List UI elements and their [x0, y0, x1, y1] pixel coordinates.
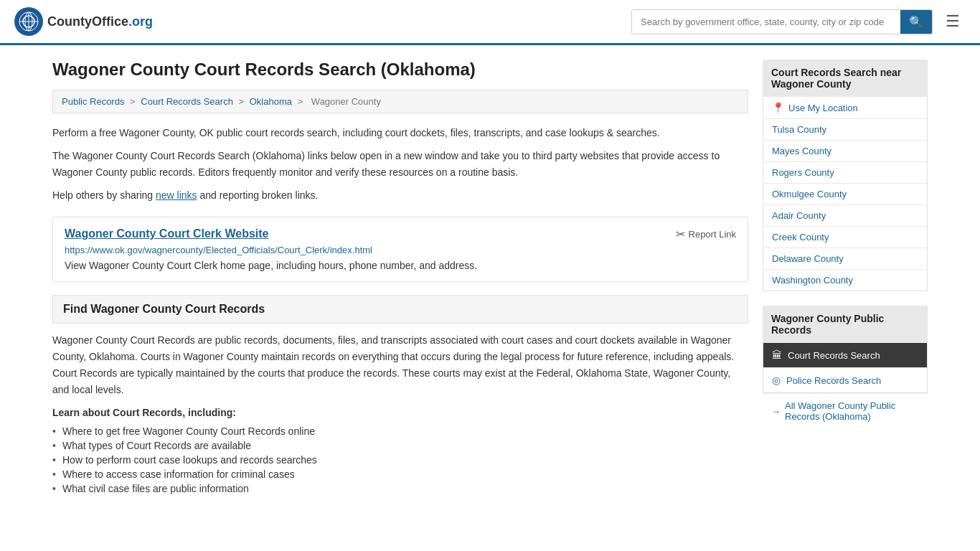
court-icon: 🏛 [772, 349, 782, 361]
logo-area: CountyOffice.org [14, 7, 153, 36]
police-records-label: Police Records Search [786, 375, 881, 386]
delaware-county-link[interactable]: Delaware County [763, 248, 927, 269]
use-location-label: Use My Location [788, 103, 858, 113]
search-bar: 🔍 [631, 9, 933, 34]
breadcrumb-sep-2: > [239, 96, 247, 107]
list-item: Where to get free Wagoner County Court R… [52, 424, 748, 438]
breadcrumb: Public Records > Court Records Search > … [52, 90, 748, 113]
list-item: How to perform court case lookups and re… [52, 453, 748, 467]
adair-county-link[interactable]: Adair County [763, 205, 927, 226]
intro-paragraph-2: The Wagoner County Court Records Search … [52, 148, 748, 180]
learn-title: Learn about Court Records, including: [52, 407, 748, 418]
pub-rec-police-records[interactable]: ◎ Police Records Search [763, 368, 927, 392]
use-location-item[interactable]: 📍 Use My Location [763, 97, 927, 119]
list-item: What types of Court Records are availabl… [52, 438, 748, 453]
nearby-list: 📍 Use My Location Tulsa County Mayes Cou… [763, 97, 928, 291]
bullet-list: Where to get free Wagoner County Court R… [52, 424, 748, 496]
mayes-county-link[interactable]: Mayes County [763, 141, 927, 161]
nearby-heading: Court Records Search near Wagoner County [763, 60, 928, 97]
breadcrumb-sep-3: > [298, 96, 306, 107]
logo-icon [14, 7, 43, 36]
breadcrumb-current: Wagoner County [311, 96, 381, 107]
sidebar: Court Records Search near Wagoner County… [763, 60, 928, 496]
new-links-link[interactable]: new links [156, 189, 197, 201]
police-icon: ◎ [772, 375, 781, 386]
find-section-heading: Find Wagoner County Court Records [52, 295, 748, 324]
nearby-section: Court Records Search near Wagoner County… [763, 60, 928, 291]
report-link-btn[interactable]: ✂ Report Link [676, 227, 736, 241]
list-item: Where to access case information for cri… [52, 467, 748, 481]
page-title: Wagoner County Court Records Search (Okl… [52, 60, 748, 80]
creek-county-link[interactable]: Creek County [763, 227, 927, 248]
arrow-icon: → [771, 406, 781, 417]
intro-paragraph-3: Help others by sharing new links and rep… [52, 187, 748, 203]
logo-text: CountyOffice.org [47, 14, 153, 29]
all-records-link[interactable]: → All Wagoner County Public Records (Okl… [763, 393, 928, 428]
breadcrumb-link-public-records[interactable]: Public Records [62, 96, 124, 107]
all-records-label: All Wagoner County Public Records (Oklah… [785, 400, 919, 422]
search-input[interactable] [632, 11, 900, 32]
intro3-pre: Help others by sharing [52, 189, 156, 201]
menu-button[interactable]: ☰ [940, 9, 966, 34]
search-button[interactable]: 🔍 [900, 10, 932, 34]
sidebar-item-tulsa[interactable]: Tulsa County [763, 119, 927, 141]
scissors-icon: ✂ [676, 227, 685, 241]
resource-title-link[interactable]: Wagoner County Court Clerk Website [65, 227, 268, 240]
resource-description: View Wagoner County Court Clerk home pag… [65, 260, 736, 271]
resource-card: Wagoner County Court Clerk Website ✂ Rep… [52, 217, 748, 282]
sidebar-item-mayes[interactable]: Mayes County [763, 141, 927, 162]
police-records-search-link[interactable]: ◎ Police Records Search [763, 368, 927, 392]
report-link-label: Report Link [689, 229, 736, 240]
sidebar-item-delaware[interactable]: Delaware County [763, 248, 927, 270]
resource-card-header: Wagoner County Court Clerk Website ✂ Rep… [65, 227, 736, 241]
sidebar-item-creek[interactable]: Creek County [763, 227, 927, 248]
sidebar-item-rogers[interactable]: Rogers County [763, 162, 927, 184]
resource-url[interactable]: https://www.ok.gov/wagnercounty/Elected_… [65, 245, 736, 255]
court-records-search-link[interactable]: 🏛 Court Records Search [763, 343, 927, 367]
main-wrapper: Wagoner County Court Records Search (Okl… [38, 45, 942, 496]
sidebar-item-okmulgee[interactable]: Okmulgee County [763, 184, 927, 205]
use-location-link[interactable]: 📍 Use My Location [763, 97, 927, 118]
public-records-section: Wagoner County Public Records 🏛 Court Re… [763, 306, 928, 428]
court-records-label: Court Records Search [788, 350, 880, 361]
rogers-county-link[interactable]: Rogers County [763, 162, 927, 183]
intro-paragraph-1: Perform a free Wagoner County, OK public… [52, 125, 748, 141]
sidebar-item-washington[interactable]: Washington County [763, 270, 927, 291]
header-right: 🔍 ☰ [631, 9, 966, 34]
find-section: Find Wagoner County Court Records Wagone… [52, 295, 748, 496]
breadcrumb-link-court-records[interactable]: Court Records Search [141, 96, 233, 107]
intro3-post: and reporting broken links. [197, 189, 319, 201]
sidebar-item-adair[interactable]: Adair County [763, 205, 927, 227]
breadcrumb-link-oklahoma[interactable]: Oklahoma [250, 96, 292, 107]
tulsa-county-link[interactable]: Tulsa County [763, 119, 927, 140]
list-item: What civil case files are public informa… [52, 481, 748, 496]
washington-county-link[interactable]: Washington County [763, 270, 927, 291]
logo-org: .org [128, 14, 153, 29]
find-section-body: Wagoner County Court Records are public … [52, 332, 748, 398]
okmulgee-county-link[interactable]: Okmulgee County [763, 184, 927, 204]
location-pin-icon: 📍 [772, 102, 784, 113]
pub-rec-court-records[interactable]: 🏛 Court Records Search [763, 343, 927, 368]
public-records-heading: Wagoner County Public Records [763, 306, 928, 343]
header: CountyOffice.org 🔍 ☰ [0, 0, 980, 45]
content-area: Wagoner County Court Records Search (Okl… [52, 60, 748, 496]
public-records-list: 🏛 Court Records Search ◎ Police Records … [763, 343, 928, 393]
breadcrumb-sep-1: > [130, 96, 138, 107]
